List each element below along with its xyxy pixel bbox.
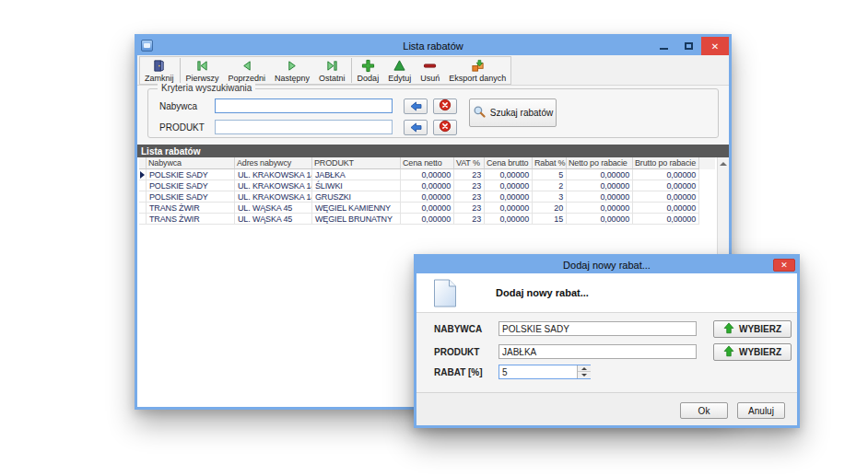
table-cell: 0,00000 <box>401 203 454 214</box>
spinner-up-button[interactable] <box>578 365 591 372</box>
maximize-button[interactable] <box>676 37 701 55</box>
add-icon <box>361 59 375 73</box>
export-icon <box>471 59 485 73</box>
column-header[interactable]: Cena brutto <box>485 157 533 169</box>
table-cell: GRUSZKI <box>312 191 401 203</box>
cancel-button[interactable]: Anuluj <box>737 402 785 419</box>
table-cell: 0,00000 <box>401 180 454 191</box>
toolbar-separator <box>351 58 352 83</box>
main-titlebar[interactable]: Lista rabatów ✕ <box>137 37 729 55</box>
toolbar-button-add-record[interactable]: Dodaj <box>353 57 384 84</box>
table-cell: JABŁKA <box>312 169 401 180</box>
toolbar-button-previous-record[interactable]: Poprzedni <box>224 57 271 84</box>
toolbar-button-label: Usuń <box>420 74 440 83</box>
table-row[interactable]: POLSKIE SADYUL. KRAKOWSKA 145ŚLIWKI0,000… <box>139 180 715 191</box>
grid-section-header: Lista rabatów <box>137 145 729 157</box>
search-discounts-button[interactable]: Szukaj rabatów <box>469 98 557 127</box>
table-cell: 0,00000 <box>485 169 533 180</box>
table-row[interactable]: TRANS ŻWIRUL. WĄSKA 45WĘGIEL KAMIENNY0,0… <box>139 203 715 214</box>
toolbar-button-label: Pierwszy <box>186 74 219 83</box>
scroll-up-icon <box>720 162 727 166</box>
dialog-produkt-input[interactable] <box>499 344 697 359</box>
toolbar-button-edit-record[interactable]: Edytuj <box>383 57 416 84</box>
column-header[interactable]: Netto po rabacie <box>567 157 633 169</box>
dialog-header-title: Dodaj nowy rabat... <box>496 273 589 313</box>
nabywca-clear-button[interactable] <box>433 98 457 114</box>
toolbar-button-next-record[interactable]: Następny <box>270 57 314 84</box>
toolbar: ZamknijPierwszyPoprzedniNastępnyOstatniD… <box>137 55 729 86</box>
table-cell: TRANS ŻWIR <box>147 214 235 225</box>
table-cell: ŚLIWKI <box>312 180 401 191</box>
table-row[interactable]: POLSKIE SADYUL. KRAKOWSKA 145JABŁKA0,000… <box>139 169 715 180</box>
table-cell: 0,00000 <box>485 214 533 225</box>
table-cell: TRANS ŻWIR <box>147 203 235 214</box>
table-row[interactable]: TRANS ŻWIRUL. WĄSKA 45WĘGIEL BRUNATNY0,0… <box>139 214 715 225</box>
main-window-title: Lista rabatów <box>137 37 729 55</box>
rabat-spinner <box>499 365 591 379</box>
produkt-insert-button[interactable] <box>404 120 428 135</box>
column-header[interactable]: Brutto po rabacie <box>633 157 699 169</box>
produkt-clear-button[interactable] <box>433 120 457 135</box>
first-record-icon <box>195 59 209 73</box>
table-cell: POLSKIE SADY <box>147 180 235 191</box>
toolbar-button-close-window[interactable]: Zamknij <box>140 57 179 84</box>
dialog-nabywca-input[interactable] <box>499 321 697 336</box>
nabywca-insert-button[interactable] <box>404 98 428 114</box>
toolbar-button-delete-record[interactable]: Usuń <box>416 57 444 84</box>
toolbar-group: ZamknijPierwszyPoprzedniNastępnyOstatniD… <box>139 56 511 85</box>
clear-icon <box>439 98 452 115</box>
spinner-up-icon <box>581 367 587 370</box>
column-header[interactable]: PRODUKT <box>312 157 401 169</box>
column-header[interactable]: VAT % <box>454 157 485 169</box>
column-header[interactable]: Rabat % <box>533 157 567 169</box>
nabywca-input[interactable] <box>215 98 393 113</box>
row-arrow-icon <box>140 171 145 179</box>
dialog-produkt-label: PRODUKT <box>434 347 479 357</box>
table-cell: 0,00000 <box>633 203 699 214</box>
table-cell: 15 <box>533 214 567 225</box>
column-header[interactable]: Cena netto <box>401 157 454 169</box>
spinner-buttons <box>577 365 590 378</box>
toolbar-button-export-data[interactable]: Eksport danych <box>444 57 510 84</box>
table-cell: 0,00000 <box>633 180 699 191</box>
ok-button[interactable]: Ok <box>680 402 728 419</box>
maximize-icon <box>685 42 693 50</box>
exit-door-icon <box>152 59 166 73</box>
table-cell: 0,00000 <box>567 203 633 214</box>
toolbar-button-last-record[interactable]: Ostatni <box>314 57 350 84</box>
grid-header-row: NabywcaAdres nabywcyPRODUKTCena nettoVAT… <box>139 157 715 169</box>
table-cell: 0,00000 <box>485 203 533 214</box>
scroll-up-button[interactable] <box>718 157 729 169</box>
dialog-nabywca-label: NABYWCA <box>434 324 482 334</box>
produkt-input[interactable] <box>215 120 393 134</box>
spinner-down-button[interactable] <box>578 372 591 378</box>
table-cell: 0,00000 <box>633 169 699 180</box>
green-up-arrow-icon <box>723 345 734 359</box>
add-discount-dialog: Dodaj nowy rabat... ✕ Dodaj nowy rabat..… <box>414 254 800 428</box>
dialog-titlebar[interactable]: Dodaj nowy rabat... ✕ <box>416 257 797 273</box>
table-cell: 20 <box>533 203 567 214</box>
table-row[interactable]: POLSKIE SADYUL. KRAKOWSKA 145GRUSZKI0,00… <box>139 191 715 203</box>
table-cell: 0,00000 <box>567 214 633 225</box>
toolbar-button-first-record[interactable]: Pierwszy <box>182 57 224 84</box>
table-cell: 0,00000 <box>567 191 633 203</box>
header-marker-cell <box>139 157 147 169</box>
toolbar-button-label: Dodaj <box>358 74 380 83</box>
row-marker-cell <box>139 214 147 225</box>
close-button[interactable]: ✕ <box>701 37 729 55</box>
minimize-button[interactable] <box>651 37 676 55</box>
table-cell: 0,00000 <box>567 180 633 191</box>
nabywca-wybierz-button[interactable]: WYBIERZ <box>713 320 792 338</box>
dialog-rabat-label: RABAT [%] <box>434 367 483 377</box>
table-cell: 0,00000 <box>633 214 699 225</box>
column-header[interactable]: Nabywca <box>147 157 235 169</box>
produkt-wybierz-button[interactable]: WYBIERZ <box>713 343 792 361</box>
dialog-footer: Ok Anuluj <box>416 392 797 425</box>
close-icon: ✕ <box>780 261 788 270</box>
column-header[interactable]: Adres nabywcy <box>235 157 312 169</box>
rabat-input[interactable] <box>499 365 577 378</box>
row-marker-cell <box>139 191 147 203</box>
dialog-close-button[interactable]: ✕ <box>773 259 795 272</box>
table-cell: 23 <box>454 191 485 203</box>
table-cell: UL. KRAKOWSKA 145 <box>235 180 312 191</box>
